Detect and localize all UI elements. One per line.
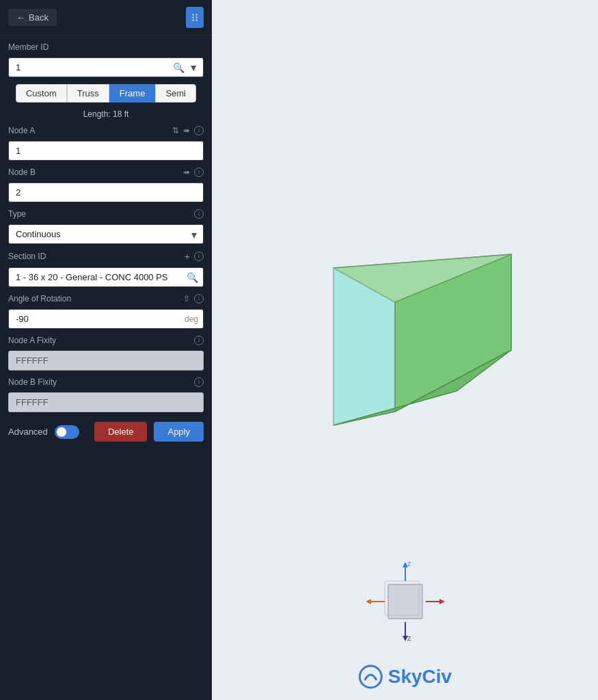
member-id-wrap: 🔍 ▼ <box>8 57 204 77</box>
node-a-field: Node A ⇅ ➠ i <box>8 126 204 161</box>
3d-beam-svg <box>258 213 552 487</box>
advanced-row: Advanced <box>8 425 79 439</box>
svg-text:Z: Z <box>407 561 411 567</box>
skyciv-brand: SkyCiv <box>358 664 452 689</box>
skyciv-name: SkyCiv <box>388 666 452 688</box>
grid-button[interactable]: ⁝⁝ <box>186 7 204 28</box>
toggle-slider <box>55 425 79 439</box>
node-b-fixity-input <box>8 392 204 412</box>
back-label: Back <box>29 12 49 23</box>
form-content: Member ID 🔍 ▼ Custom Truss Frame Semi Le… <box>0 36 212 448</box>
member-id-label: Member ID <box>8 42 204 52</box>
tab-frame[interactable]: Frame <box>109 84 156 103</box>
svg-rect-8 <box>388 584 422 619</box>
advanced-toggle[interactable] <box>55 425 79 439</box>
chevron-down-icon[interactable]: ▼ <box>189 62 198 73</box>
node-a-fixity-label-row: Node A Fixity i <box>8 336 204 345</box>
node-b-fixity-field: Node B Fixity i <box>8 377 204 412</box>
section-id-field: Section ID + i 🔍 <box>8 251 204 287</box>
delete-button[interactable]: Delete <box>94 422 148 442</box>
type-select-wrap: Continuous Pinned Fixed-Fixed Fixed-Pinn… <box>8 224 204 244</box>
angle-wrap: deg <box>8 309 204 329</box>
add-section-icon[interactable]: + <box>185 251 190 262</box>
main-viewport: Z Z SkyCiv <box>212 0 598 700</box>
skyciv-logo-icon <box>358 664 383 689</box>
search-icon[interactable]: 🔍 <box>173 62 185 73</box>
nav-icon-node-b[interactable]: ➠ <box>183 167 190 177</box>
axis-svg: Z Z <box>364 561 446 643</box>
node-a-label-row: Node A ⇅ ➠ i <box>8 126 204 135</box>
bottom-row: Advanced Delete Apply <box>8 422 204 442</box>
section-id-input[interactable] <box>8 267 204 287</box>
angle-input[interactable] <box>8 309 204 329</box>
info-icon-section[interactable]: i <box>194 252 204 261</box>
node-b-input[interactable] <box>8 183 204 202</box>
svg-point-20 <box>359 666 381 688</box>
tab-semi[interactable]: Semi <box>155 84 196 103</box>
action-buttons: Delete Apply <box>94 422 204 442</box>
sidebar: ← Back ⁝⁝ Member ID 🔍 ▼ Custom Truss <box>0 0 212 700</box>
info-icon-type[interactable]: i <box>194 209 204 219</box>
type-field: Type i Continuous Pinned Fixed-Fixed Fix… <box>8 209 204 244</box>
svg-marker-19 <box>366 599 371 604</box>
svg-text:Z: Z <box>407 635 411 642</box>
info-icon-angle[interactable]: i <box>194 294 204 304</box>
member-id-field: Member ID 🔍 ▼ <box>8 42 204 77</box>
info-icon-node-b[interactable]: i <box>194 167 204 177</box>
sidebar-header: ← Back ⁝⁝ <box>0 0 212 36</box>
angle-up-icon[interactable]: ⇧ <box>183 294 190 304</box>
svg-marker-17 <box>439 599 445 604</box>
advanced-label: Advanced <box>8 427 48 437</box>
node-a-fixity-input <box>8 351 204 371</box>
node-b-fixity-label-row: Node B Fixity i <box>8 377 204 387</box>
tab-custom[interactable]: Custom <box>16 84 67 103</box>
back-button[interactable]: ← Back <box>8 9 57 26</box>
length-display: Length: 18 ft <box>8 109 204 119</box>
node-b-label-row: Node B ➠ i <box>8 167 204 177</box>
back-arrow-icon: ← <box>16 12 25 23</box>
section-search-icon[interactable]: 🔍 <box>187 272 198 283</box>
type-select[interactable]: Continuous Pinned Fixed-Fixed Fixed-Pinn… <box>8 224 204 244</box>
info-icon-node-a[interactable]: i <box>194 126 204 135</box>
type-label-row: Type i <box>8 209 204 219</box>
nav-icon-node-a[interactable]: ➠ <box>183 126 190 135</box>
info-icon-fixity-a[interactable]: i <box>194 336 204 345</box>
node-b-field: Node B ➠ i <box>8 167 204 202</box>
info-icon-fixity-b[interactable]: i <box>194 377 204 387</box>
grid-icon: ⁝⁝ <box>191 12 198 23</box>
member-type-tabs: Custom Truss Frame Semi <box>8 84 204 103</box>
tab-truss[interactable]: Truss <box>67 84 109 103</box>
node-a-input[interactable] <box>8 141 204 161</box>
section-id-label-row: Section ID + i <box>8 251 204 262</box>
axis-indicator: Z Z <box>364 561 446 645</box>
angle-unit: deg <box>185 314 198 324</box>
angle-label-row: Angle of Rotation ⇧ i <box>8 294 204 304</box>
angle-rotation-field: Angle of Rotation ⇧ i deg <box>8 294 204 329</box>
node-a-fixity-field: Node A Fixity i <box>8 336 204 371</box>
section-id-wrap: 🔍 <box>8 267 204 287</box>
apply-button[interactable]: Apply <box>154 422 204 442</box>
swap-icon[interactable]: ⇅ <box>172 126 179 135</box>
